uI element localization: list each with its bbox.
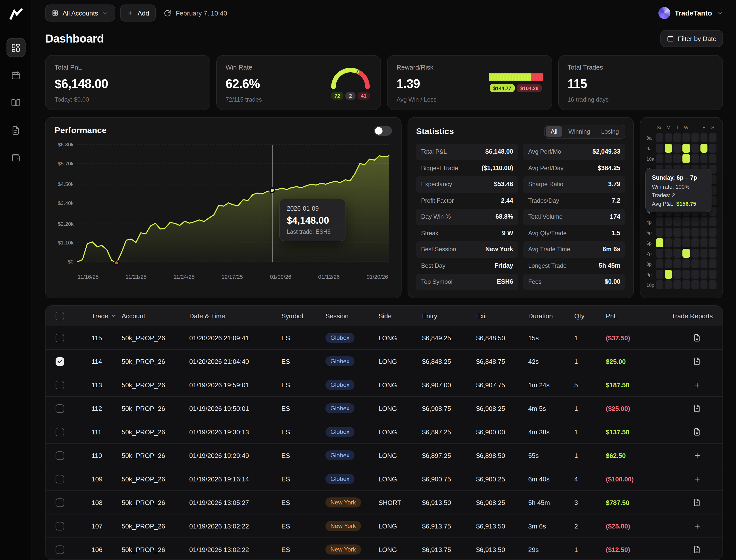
tab-winning[interactable]: Winning: [564, 126, 595, 137]
heatmap-cell[interactable]: [700, 144, 707, 153]
heatmap-cell[interactable]: [700, 154, 707, 163]
heatmap-cell[interactable]: [674, 144, 681, 153]
row-checkbox[interactable]: [56, 381, 64, 389]
heatmap-cell[interactable]: [665, 280, 672, 289]
column-header-pnl[interactable]: PnL: [606, 312, 671, 320]
heatmap-cell[interactable]: [691, 144, 699, 153]
table-row[interactable]: 11050k_PROP_2601/19/2026 19:29:49ESGlobe…: [46, 443, 722, 467]
trade-report-button[interactable]: [689, 518, 704, 533]
heatmap-cell[interactable]: [665, 249, 672, 258]
heatmap-cell[interactable]: [674, 228, 681, 237]
column-header-side[interactable]: Side: [379, 312, 422, 320]
heatmap-cell[interactable]: [682, 280, 690, 289]
add-button[interactable]: Add: [120, 5, 156, 22]
heatmap-cell[interactable]: [700, 259, 707, 268]
heatmap-cell[interactable]: [682, 144, 690, 153]
performance-toggle[interactable]: [374, 126, 392, 135]
column-header-trade-reports[interactable]: Trade Reports: [671, 312, 722, 320]
trade-report-button[interactable]: [689, 471, 704, 486]
heatmap-cell[interactable]: [682, 228, 690, 237]
tab-losing[interactable]: Losing: [596, 126, 624, 137]
trade-report-button[interactable]: [689, 354, 704, 369]
heatmap-cell[interactable]: [700, 228, 707, 237]
heatmap-cell[interactable]: [700, 217, 707, 226]
heatmap-cell[interactable]: [674, 217, 681, 226]
trade-report-button[interactable]: [689, 377, 704, 392]
heatmap-cell[interactable]: [674, 238, 681, 247]
performance-chart[interactable]: $6.80k$5.70k$4.50k$3.40k$2.20k$1.10k$0 2…: [55, 140, 392, 270]
heatmap-cell[interactable]: [656, 259, 663, 268]
sidebar-item-accounts[interactable]: [6, 148, 25, 167]
sidebar-item-calendar[interactable]: [6, 66, 25, 85]
heatmap-cell[interactable]: [682, 154, 690, 163]
heatmap-cell[interactable]: [709, 238, 716, 247]
heatmap-cell[interactable]: [682, 259, 690, 268]
heatmap-cell[interactable]: [656, 238, 663, 247]
heatmap-cell[interactable]: [691, 133, 699, 142]
trade-report-button[interactable]: [689, 448, 704, 463]
column-header-trade[interactable]: Trade: [92, 312, 122, 320]
heatmap-cell[interactable]: [682, 270, 690, 279]
heatmap-cell[interactable]: [656, 133, 663, 142]
accounts-selector[interactable]: All Accounts: [45, 5, 115, 22]
column-header-session[interactable]: Session: [325, 312, 379, 320]
trade-report-button[interactable]: [689, 401, 704, 416]
heatmap-cell[interactable]: [709, 217, 716, 226]
heatmap-cell[interactable]: [709, 154, 716, 163]
column-header-symbol[interactable]: Symbol: [281, 312, 325, 320]
heatmap-cell[interactable]: [665, 259, 672, 268]
column-header-account[interactable]: Account: [122, 312, 189, 320]
heatmap-cell[interactable]: [656, 280, 663, 289]
heatmap-cell[interactable]: [700, 133, 707, 142]
trade-report-button[interactable]: [689, 542, 704, 557]
heatmap-cell[interactable]: [709, 270, 716, 279]
row-checkbox[interactable]: [56, 545, 64, 554]
heatmap-cell[interactable]: [691, 249, 699, 258]
heatmap-cell[interactable]: [656, 228, 663, 237]
column-header-entry[interactable]: Entry: [422, 312, 476, 320]
heatmap-cell[interactable]: [709, 249, 716, 258]
heatmap-cell[interactable]: [665, 144, 672, 153]
select-all-checkbox[interactable]: [56, 312, 64, 320]
heatmap-cell[interactable]: [656, 249, 663, 258]
trade-report-button[interactable]: [689, 424, 704, 439]
table-row[interactable]: 11250k_PROP_2601/19/2026 19:50:01ESGlobe…: [46, 396, 722, 420]
heatmap-cell[interactable]: [665, 154, 672, 163]
heatmap-cell[interactable]: [691, 217, 699, 226]
heatmap-cell[interactable]: [691, 238, 699, 247]
table-row[interactable]: 10950k_PROP_2601/19/2026 19:16:14ESGlobe…: [46, 467, 722, 490]
heatmap-cell[interactable]: [682, 133, 690, 142]
row-checkbox[interactable]: [56, 428, 64, 436]
heatmap-cell[interactable]: [656, 144, 663, 153]
heatmap-cell[interactable]: [709, 133, 716, 142]
heatmap-cell[interactable]: [709, 228, 716, 237]
heatmap-cell[interactable]: [691, 280, 699, 289]
heatmap-cell[interactable]: [656, 270, 663, 279]
trade-report-button[interactable]: [689, 330, 704, 345]
column-header-exit[interactable]: Exit: [476, 312, 528, 320]
sidebar-item-dashboard[interactable]: [6, 38, 25, 57]
heatmap-cell[interactable]: [674, 154, 681, 163]
row-checkbox[interactable]: [56, 451, 64, 460]
heatmap-cell[interactable]: [700, 238, 707, 247]
heatmap-cell[interactable]: [709, 144, 716, 153]
heatmap-cell[interactable]: [691, 259, 699, 268]
heatmap-cell[interactable]: [682, 249, 690, 258]
table-row[interactable]: 10750k_PROP_2601/19/2026 13:02:22ESNew Y…: [46, 514, 722, 537]
row-checkbox[interactable]: [56, 475, 64, 483]
heatmap-cell[interactable]: [665, 238, 672, 247]
heatmap-cell[interactable]: [700, 249, 707, 258]
heatmap-cell[interactable]: [700, 280, 707, 289]
row-checkbox[interactable]: [56, 522, 64, 530]
heatmap-cell[interactable]: [665, 228, 672, 237]
table-row[interactable]: 11450k_PROP_2601/20/2026 21:04:40ESGlobe…: [46, 349, 722, 373]
heatmap-cell[interactable]: [691, 228, 699, 237]
table-row[interactable]: 11150k_PROP_2601/19/2026 19:30:13ESGlobe…: [46, 420, 722, 443]
heatmap-cell[interactable]: [656, 154, 663, 163]
refresh-button[interactable]: [164, 9, 171, 17]
heatmap-cell[interactable]: [691, 154, 699, 163]
heatmap-cell[interactable]: [674, 270, 681, 279]
account-menu[interactable]: TradeTanto: [658, 7, 723, 19]
heatmap-cell[interactable]: [656, 217, 663, 226]
table-row[interactable]: 11550k_PROP_2601/20/2026 21:09:41ESGlobe…: [46, 326, 722, 349]
